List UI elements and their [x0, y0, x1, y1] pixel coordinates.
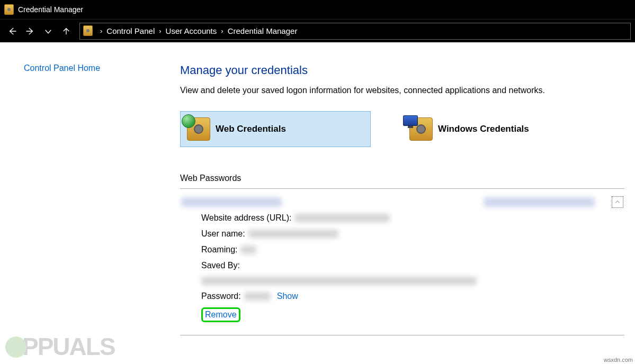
window-title: Credential Manager: [18, 5, 83, 14]
breadcrumb-credential-manager[interactable]: Credential Manager: [227, 25, 299, 37]
windows-credentials-label: Windows Credentials: [438, 124, 529, 134]
attribution-text: wsxdn.com: [604, 357, 633, 363]
web-credentials-tile[interactable]: Web Credentials: [180, 111, 371, 147]
web-credentials-label: Web Credentials: [216, 124, 286, 134]
windows-credentials-tile[interactable]: Windows Credentials: [403, 111, 593, 147]
windows-credentials-icon: [409, 117, 433, 141]
credential-details: Website address (URL): User name: Roamin…: [180, 213, 624, 335]
recent-locations-button[interactable]: [40, 23, 56, 39]
credential-site-redacted: [181, 197, 282, 207]
username-label: User name:: [201, 229, 245, 239]
password-label: Password:: [201, 292, 241, 301]
breadcrumb-control-panel[interactable]: Control Panel: [105, 25, 156, 37]
page-heading: Manage your credentials: [180, 63, 624, 77]
password-value-redacted: [244, 292, 271, 301]
url-value-redacted: [294, 214, 390, 222]
roaming-label: Roaming:: [201, 245, 237, 254]
chevron-right-icon[interactable]: ›: [97, 27, 105, 35]
show-password-link[interactable]: Show: [277, 292, 298, 301]
sidebar: Control Panel Home: [0, 53, 169, 335]
username-value-redacted: [248, 230, 338, 238]
web-credentials-icon: [187, 117, 210, 141]
url-label: Website address (URL):: [201, 213, 291, 223]
forward-button[interactable]: [22, 23, 38, 39]
collapse-button[interactable]: [612, 196, 623, 208]
content-area: Control Panel Home Manage your credentia…: [0, 42, 635, 335]
chevron-right-icon[interactable]: ›: [156, 27, 164, 35]
roaming-value-redacted: [240, 245, 256, 254]
watermark-logo: PPUALS: [0, 329, 120, 364]
credential-type-tiles: Web Credentials Windows Credentials: [180, 111, 624, 147]
breadcrumb-user-accounts[interactable]: User Accounts: [165, 25, 218, 37]
window-icon: [4, 4, 14, 15]
control-panel-home-link[interactable]: Control Panel Home: [24, 63, 169, 73]
divider: [180, 188, 624, 189]
web-passwords-heading: Web Passwords: [180, 174, 624, 183]
window-titlebar: Credential Manager: [0, 0, 635, 19]
savedby-label: Saved By:: [201, 261, 240, 270]
navigation-bar: › Control Panel › User Accounts › Creden…: [0, 19, 635, 42]
page-subheading: View and delete your saved logon informa…: [180, 86, 624, 95]
remove-link[interactable]: Remove: [205, 310, 237, 319]
back-button[interactable]: [4, 23, 20, 39]
address-bar[interactable]: › Control Panel › User Accounts › Creden…: [79, 23, 631, 40]
watermark-text: PPUALS: [22, 333, 115, 360]
savedby-value-redacted: [201, 277, 477, 285]
up-button[interactable]: [58, 23, 74, 39]
chevron-right-icon[interactable]: ›: [218, 27, 226, 35]
address-bar-icon: [83, 25, 94, 37]
credential-entry-header[interactable]: [180, 193, 624, 213]
main-panel: Manage your credentials View and delete …: [169, 53, 635, 335]
credential-user-redacted: [484, 197, 595, 207]
remove-highlight: Remove: [201, 307, 240, 322]
